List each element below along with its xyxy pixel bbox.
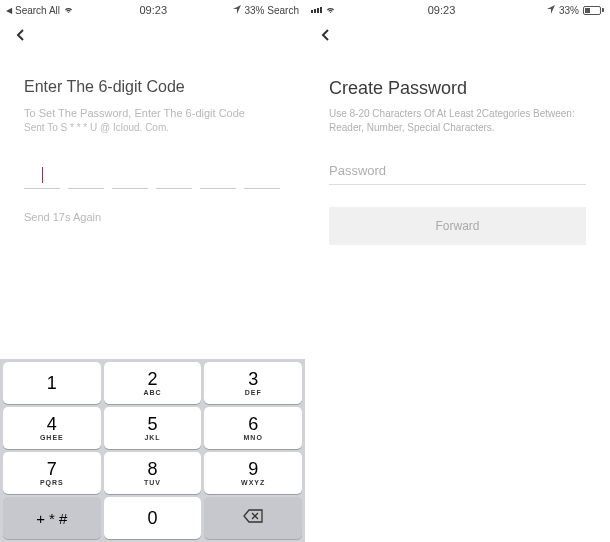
password-input[interactable]: Password [329, 163, 586, 185]
key-0[interactable]: 0 [104, 497, 202, 539]
key-3[interactable]: 3DEF [204, 362, 302, 404]
wifi-icon [325, 5, 336, 16]
code-digit-5[interactable] [200, 161, 236, 189]
content-area: Enter The 6-digit Code To Set The Passwo… [0, 54, 305, 223]
key-1[interactable]: 1 [3, 362, 101, 404]
forward-button[interactable]: Forward [329, 207, 586, 245]
key-6[interactable]: 6MNO [204, 407, 302, 449]
battery-percent: 33% Search [245, 5, 299, 16]
status-time: 09:23 [428, 4, 456, 16]
code-input-row [24, 161, 281, 189]
password-placeholder: Password [329, 163, 586, 178]
page-subtitle-2: Sent To S * * * U @ Icloud. Com. [24, 122, 281, 133]
battery-icon [583, 6, 604, 15]
status-bar: 09:23 33% [305, 0, 610, 20]
code-digit-2[interactable] [68, 161, 104, 189]
resend-text[interactable]: Send 17s Again [24, 211, 281, 223]
back-triangle-icon: ◀ [6, 6, 12, 15]
status-bar: ◀ Search All 09:23 33% Search [0, 0, 305, 20]
page-title: Enter The 6-digit Code [24, 78, 281, 96]
content-area: Create Password Use 8-20 Characters Of A… [305, 54, 610, 245]
location-icon [233, 5, 241, 16]
numeric-keypad: 1 2ABC 3DEF 4Ghee 5JKL 6MNO 7PQRS 8TUV 9… [0, 359, 305, 542]
screen-create-password: 09:23 33% Create Password Use 8-20 Chara… [305, 0, 610, 542]
page-subtitle: Use 8-20 Characters Of At Least 2Categor… [329, 107, 586, 135]
status-left: ◀ Search All [6, 5, 74, 16]
backspace-icon [243, 509, 263, 527]
key-2[interactable]: 2ABC [104, 362, 202, 404]
key-delete[interactable] [204, 497, 302, 539]
wifi-icon [63, 5, 74, 16]
page-subtitle: To Set The Password, Enter The 6-digit C… [24, 106, 281, 121]
back-button[interactable] [0, 20, 305, 54]
key-4[interactable]: 4Ghee [3, 407, 101, 449]
status-left [311, 5, 336, 16]
status-time: 09:23 [140, 4, 168, 16]
key-9[interactable]: 9Wxyz [204, 452, 302, 494]
key-symbols[interactable]: + * # [3, 497, 101, 539]
screen-enter-code: ◀ Search All 09:23 33% Search Enter The … [0, 0, 305, 542]
code-digit-1[interactable] [24, 161, 60, 189]
carrier-text: Search All [15, 5, 60, 16]
status-right: 33% [547, 5, 604, 16]
back-button[interactable] [305, 20, 610, 54]
key-7[interactable]: 7PQRS [3, 452, 101, 494]
key-5[interactable]: 5JKL [104, 407, 202, 449]
code-digit-6[interactable] [244, 161, 280, 189]
status-right: 33% Search [233, 5, 299, 16]
text-cursor [42, 167, 43, 183]
battery-percent: 33% [559, 5, 579, 16]
page-title: Create Password [329, 78, 586, 99]
code-digit-3[interactable] [112, 161, 148, 189]
key-8[interactable]: 8TUV [104, 452, 202, 494]
signal-icon [311, 7, 322, 13]
code-digit-4[interactable] [156, 161, 192, 189]
location-icon [547, 5, 555, 16]
